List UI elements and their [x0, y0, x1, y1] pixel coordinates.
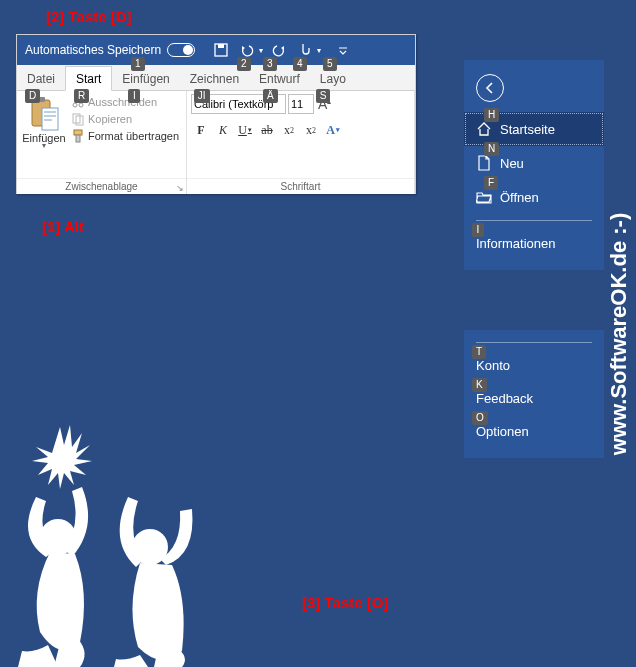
keytip-file: D	[25, 89, 40, 103]
copy-button[interactable]: Kopieren	[69, 111, 181, 127]
tab-draw-label: Zeichnen	[190, 72, 239, 86]
font-size-select[interactable]	[288, 94, 314, 114]
bold-button[interactable]: F	[191, 120, 211, 140]
svg-rect-4	[42, 108, 58, 130]
copy-label: Kopieren	[88, 113, 132, 125]
annotation-3: [3] Taste [O]	[302, 594, 388, 611]
keytip-2: 2	[237, 57, 251, 71]
strikethrough-button[interactable]: ab	[257, 120, 277, 140]
tab-file[interactable]: Datei D	[17, 67, 65, 90]
italic-button[interactable]: K	[213, 120, 233, 140]
annotation-1: [1] Alt	[42, 218, 84, 235]
autosave-label: Automatisches Speichern	[25, 43, 161, 57]
keytip-4: 4	[293, 57, 307, 71]
svg-rect-10	[76, 135, 80, 142]
back-button[interactable]	[476, 74, 504, 102]
superscript-button[interactable]: x2	[301, 120, 321, 140]
format-painter-button[interactable]: Format übertragen	[69, 128, 181, 144]
backstage-options-label: Optionen	[476, 424, 529, 439]
backstage-menu: H Startseite N Neu F Öffnen I Informatio…	[464, 60, 604, 270]
backstage-menu-bottom: T Konto K Feedback O Optionen	[464, 330, 604, 458]
keytip-start: R	[74, 89, 89, 103]
separator	[476, 220, 592, 221]
tab-layout-label: Layo	[320, 72, 346, 86]
svg-rect-1	[218, 44, 224, 48]
keytip-open: F	[484, 176, 498, 190]
annotation-2: [2] Taste [D]	[46, 8, 132, 25]
backstage-home-label: Startseite	[500, 122, 555, 137]
folder-open-icon	[476, 189, 492, 205]
watermark-text: www.SoftwareOK.de :-)	[606, 212, 632, 454]
backstage-info-label: Informationen	[476, 236, 556, 251]
svg-rect-7	[73, 114, 80, 123]
svg-point-6	[79, 103, 83, 107]
backstage-info[interactable]: I Informationen	[464, 227, 604, 260]
keytip-3: 3	[263, 57, 277, 71]
keytip-layout: S	[316, 89, 331, 103]
svg-point-12	[132, 529, 168, 565]
backstage-feedback-label: Feedback	[476, 391, 533, 406]
new-doc-icon	[476, 155, 492, 171]
backstage-new[interactable]: N Neu	[464, 146, 604, 180]
keytip-insert: I	[128, 89, 140, 103]
svg-rect-9	[74, 130, 82, 135]
customize-qat-icon[interactable]	[333, 41, 353, 59]
keytip-feedback: K	[472, 378, 487, 392]
home-icon	[476, 121, 492, 137]
keytip-info: I	[472, 223, 484, 237]
group-font: A▴ F K U▾ ab x2 x2 A▾ Schriftart	[187, 91, 415, 194]
underline-button[interactable]: U▾	[235, 120, 255, 140]
subscript-button[interactable]: x2	[279, 120, 299, 140]
backstage-options[interactable]: O Optionen	[464, 415, 604, 448]
keytip-design: Ä	[263, 89, 278, 103]
keytip-draw: JI	[194, 89, 210, 103]
backstage-new-label: Neu	[500, 156, 524, 171]
separator	[476, 342, 592, 343]
svg-rect-0	[215, 44, 227, 56]
keytip-home: H	[484, 108, 499, 122]
decorative-figures	[0, 407, 240, 667]
dialog-launcher-icon[interactable]: ↘	[176, 183, 184, 193]
keytip-1: 1	[131, 57, 145, 71]
svg-rect-2	[32, 100, 50, 126]
cut-label: Ausschneiden	[88, 96, 157, 108]
tab-design-label: Entwurf	[259, 72, 300, 86]
tab-insert-label: Einfügen	[122, 72, 169, 86]
svg-point-5	[73, 103, 77, 107]
backstage-open-label: Öffnen	[500, 190, 539, 205]
chevron-down-icon: ▾	[42, 144, 46, 149]
autosave-toggle[interactable]	[167, 43, 195, 57]
tab-file-label: Datei	[27, 72, 55, 86]
tab-insert[interactable]: Einfügen I	[112, 67, 179, 90]
group-font-label: Schriftart	[187, 178, 414, 194]
tab-start[interactable]: Start R	[65, 66, 112, 91]
svg-rect-8	[76, 116, 83, 125]
format-painter-label: Format übertragen	[88, 130, 179, 142]
keytip-account: T	[472, 345, 486, 359]
backstage-home[interactable]: H Startseite	[464, 112, 604, 146]
keytip-5: 5	[323, 57, 337, 71]
titlebar: Automatisches Speichern 1 2 ▾ 3 4 ▾ 5	[17, 35, 415, 65]
keytip-options: O	[472, 411, 488, 425]
backstage-open[interactable]: F Öffnen	[464, 180, 604, 214]
keytip-new: N	[484, 142, 499, 156]
paste-button[interactable]: Einfügen ▾	[21, 94, 67, 175]
backstage-account-label: Konto	[476, 358, 510, 373]
save-icon[interactable]	[211, 41, 231, 59]
word-ribbon: Automatisches Speichern 1 2 ▾ 3 4 ▾ 5 Da…	[16, 34, 416, 194]
copy-icon	[71, 112, 85, 126]
group-clipboard-label: Zwischenablage ↘	[17, 178, 186, 194]
svg-point-11	[40, 519, 76, 555]
tab-start-label: Start	[76, 72, 101, 86]
text-effects-button[interactable]: A▾	[323, 120, 343, 140]
ribbon-tabs: Datei D Start R Einfügen I Zeichnen JI E…	[17, 65, 415, 91]
format-painter-icon	[71, 129, 85, 143]
ribbon-groups: Einfügen ▾ Ausschneiden Kopieren Format …	[17, 91, 415, 194]
group-clipboard: Einfügen ▾ Ausschneiden Kopieren Format …	[17, 91, 187, 194]
